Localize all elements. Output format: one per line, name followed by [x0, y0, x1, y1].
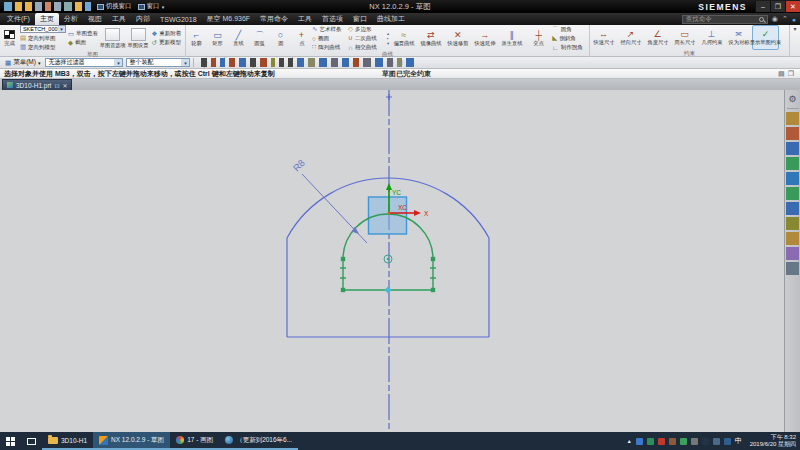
internet-explorer-icon[interactable]: ◍: [786, 172, 799, 185]
ribbon-tab[interactable]: 视图: [83, 13, 107, 25]
hidden-icons-chevron-icon[interactable]: ▲: [627, 438, 632, 444]
command-search-input[interactable]: 查找命令: [682, 15, 768, 24]
taskbar-clock[interactable]: 下午 8:32 2019/6/20 星期四: [746, 434, 796, 449]
cut-icon[interactable]: ✕: [45, 2, 52, 11]
intersection-curve-button[interactable]: ∩ 相交曲线: [348, 43, 386, 51]
rapid-dimension-button[interactable]: ↔ 快速尺寸: [590, 25, 617, 50]
save-icon[interactable]: ▤: [4, 2, 12, 11]
midpoint-handle[interactable]: [385, 287, 392, 294]
tray-app-icon[interactable]: [636, 438, 643, 445]
quick-extend-button[interactable]: → 快速延伸: [471, 26, 498, 51]
orient-view-icon[interactable]: ◆: [353, 58, 359, 67]
ribbon-tab[interactable]: 主页: [35, 13, 59, 25]
window-icon[interactable]: ❐: [788, 70, 794, 78]
ribbon-tab[interactable]: 工具: [293, 13, 317, 25]
make-symmetric-button[interactable]: ≍ 设为对称: [725, 25, 752, 50]
pin-icon[interactable]: ⊡: [54, 82, 59, 89]
intersection-point-button[interactable]: ┼ 交点: [525, 26, 552, 51]
reuse-library-icon[interactable]: ▨: [786, 157, 799, 170]
open-icon[interactable]: ▥: [15, 2, 23, 11]
selection-filter-combo[interactable]: 无选择过滤器 ▾: [45, 58, 123, 67]
radial-dimension-button[interactable]: ↗ 径向尺寸: [617, 25, 644, 50]
part-navigator-icon[interactable]: ▥: [786, 142, 799, 155]
ribbon-tab[interactable]: 曲线加工: [372, 13, 410, 25]
tray-app-icon[interactable]: [702, 438, 709, 445]
mid-point-snap-icon[interactable]: ╱: [220, 58, 225, 67]
rectangle-button[interactable]: ▭ 矩形: [207, 26, 228, 51]
finish-sketch-button[interactable]: 完成: [0, 26, 19, 51]
minimize-ribbon-icon[interactable]: ⌃: [782, 15, 788, 23]
close-tab-icon[interactable]: ✕: [62, 82, 67, 89]
mirror-curve-button[interactable]: ⇄ 镜像曲线: [417, 26, 444, 51]
display-sketch-constraints-button[interactable]: ✓ 显示草图约束: [752, 25, 779, 50]
shaded-view-icon[interactable]: ▩: [319, 58, 327, 67]
conic-button[interactable]: ∪ 二次曲线: [348, 34, 386, 42]
rotate-view-icon[interactable]: ↺: [342, 58, 349, 67]
taskbar-app-nx[interactable]: NX 12.0.2.9 - 草图: [93, 432, 170, 450]
intersection-snap-icon[interactable]: ∿: [239, 58, 246, 67]
render-style-icon[interactable]: ◉: [387, 58, 394, 67]
ribbon-tab[interactable]: 星空 M6.936F: [202, 13, 256, 25]
sketch-settings-button[interactable]: 草图设置: [126, 26, 150, 51]
ribbon-tab[interactable]: 窗口: [348, 13, 372, 25]
ribbon-tab[interactable]: TSWG2018: [155, 13, 202, 25]
roles-icon[interactable]: ❐: [786, 247, 799, 260]
solid-snap-icon[interactable]: ❐: [308, 58, 315, 67]
assembly-navigator-icon[interactable]: ▤: [786, 112, 799, 125]
fillet-button[interactable]: ⌒ 圆角: [552, 25, 588, 33]
undo-icon[interactable]: ↶: [25, 2, 32, 11]
ribbon-overflow-icon[interactable]: ▾: [791, 25, 798, 32]
gear-icon[interactable]: ⚙: [786, 92, 799, 105]
orient-to-model-button[interactable]: ▥ 定向到模型: [20, 43, 66, 51]
arc-center-snap-icon[interactable]: ┼: [250, 58, 256, 67]
taskbar-app-folder[interactable]: 3D10-H1: [42, 432, 93, 450]
point-on-line-snap-icon[interactable]: ╱: [288, 58, 293, 67]
reattach-button[interactable]: ❖ 重新附着: [151, 30, 184, 38]
tray-app-icon[interactable]: [713, 438, 720, 445]
switch-window-button[interactable]: 切换窗口: [97, 2, 132, 11]
tray-app-icon[interactable]: [680, 438, 687, 445]
touch-mode-icon[interactable]: ◆: [85, 2, 91, 11]
tray-app-icon[interactable]: [647, 438, 654, 445]
tray-app-icon[interactable]: [691, 438, 698, 445]
tray-app-icon[interactable]: [724, 438, 731, 445]
menu-button[interactable]: ▦ 菜单(M) ▾: [3, 58, 42, 67]
section-button[interactable]: ◆ 截面: [68, 39, 98, 47]
quick-trim-button[interactable]: ✕ 快速修剪: [444, 26, 471, 51]
taskbar-app-paint[interactable]: 17 - 画图: [170, 432, 219, 450]
help-icon[interactable]: ●: [792, 16, 796, 23]
ribbon-tab[interactable]: 内部: [131, 13, 155, 25]
repeat-command-icon[interactable]: ↻: [75, 2, 82, 11]
fit-view-icon[interactable]: ▲: [363, 58, 371, 67]
sound-icon[interactable]: ◄: [406, 58, 414, 67]
background-icon[interactable]: ◘: [397, 58, 402, 67]
input-method-indicator[interactable]: 中: [735, 436, 742, 446]
start-button[interactable]: [0, 432, 21, 450]
task-view-button[interactable]: [21, 432, 42, 450]
selection-scope-combo[interactable]: 整个装配 ▾: [126, 58, 190, 67]
make-corner-button[interactable]: ∟ 制作拐角: [552, 43, 588, 51]
paste-icon[interactable]: ▦: [64, 2, 72, 11]
ribbon-tab[interactable]: 分析: [59, 13, 83, 25]
window-view-icon[interactable]: ▭: [331, 58, 339, 67]
ribbon-tab[interactable]: 工具: [107, 13, 131, 25]
tray-app-icon[interactable]: [669, 438, 676, 445]
graphics-window[interactable]: R8 YC XC X: [0, 90, 784, 432]
line-button[interactable]: ╱ 直线: [228, 26, 249, 51]
existing-point-snap-icon[interactable]: ○: [271, 58, 276, 67]
geometric-constraints-button[interactable]: ⊥ 几何约束: [698, 25, 725, 50]
clipboard-icon[interactable]: ▤: [778, 70, 785, 78]
refresh-icon[interactable]: ↺: [786, 187, 799, 200]
quadrant-snap-icon[interactable]: ⊙: [260, 58, 267, 67]
derived-lines-button[interactable]: ∥ 派生直线: [498, 26, 525, 51]
sketch-view-button[interactable]: ▭ 草图查看: [68, 30, 98, 38]
tray-app-icon[interactable]: [658, 438, 665, 445]
manufacturing-wizard-icon[interactable]: ❐: [786, 232, 799, 245]
pattern-curve-button[interactable]: ∷ 阵列曲线: [312, 43, 348, 51]
sketch-name-combo[interactable]: SKETCH_000 ▾: [20, 25, 66, 33]
arc-button[interactable]: ⌒ 圆弧: [249, 26, 270, 51]
taskbar-app-browser[interactable]: （更新到2016年6...: [219, 432, 298, 450]
radius-dimension[interactable]: R8: [291, 157, 367, 243]
close-button[interactable]: ✕: [785, 1, 800, 12]
maximize-button[interactable]: ❐: [770, 1, 785, 12]
